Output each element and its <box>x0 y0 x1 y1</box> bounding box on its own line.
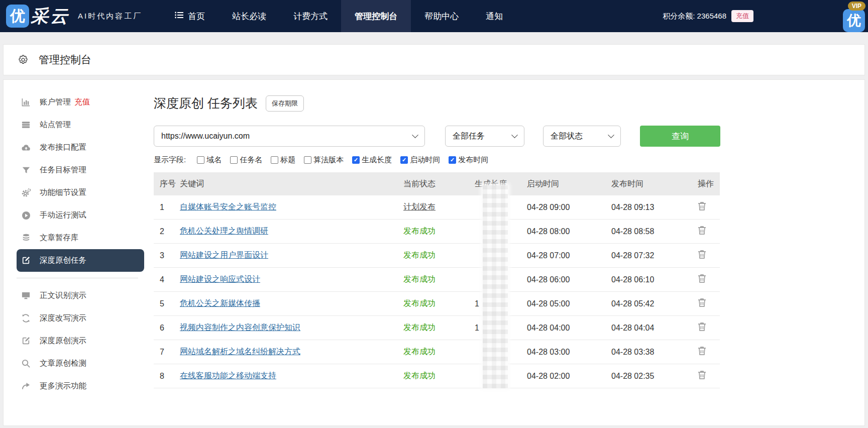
start-time: 04-28 06:00 <box>527 275 611 284</box>
sidebar-item-article-cache[interactable]: 文章暂存库 <box>4 227 150 249</box>
nav-right: 积分余额: 2365468 充值 <box>663 10 753 22</box>
start-time: 04-28 05:00 <box>527 299 611 308</box>
field-checkbox-domain[interactable]: 域名 <box>197 155 222 165</box>
task-select[interactable]: 全部任务 <box>445 126 524 147</box>
sidebar-item-label: 深度原创演示 <box>40 336 86 346</box>
avatar-logo: 优 <box>843 9 865 32</box>
sidebar-item-label: 站点管理 <box>40 120 71 130</box>
checkbox-unchecked[interactable] <box>271 156 278 164</box>
sidebar-item-deep-original-demo[interactable]: 深度原创演示 <box>4 330 150 352</box>
nav-item-help-center[interactable]: 帮助中心 <box>411 0 472 32</box>
keyword-link[interactable]: 危机公关处理之舆情调研 <box>180 227 268 235</box>
sidebar-item-more-demos[interactable]: 更多演示功能 <box>4 375 150 397</box>
checkbox-checked[interactable] <box>352 156 360 164</box>
delete-button[interactable] <box>698 370 706 380</box>
sidebar-item-label: 文章暂存库 <box>40 233 79 243</box>
sidebar-item-manual-test[interactable]: 手动运行测试 <box>4 204 150 227</box>
query-button[interactable]: 查询 <box>640 126 720 147</box>
user-avatar[interactable]: VIP 优 <box>840 2 865 32</box>
delete-button[interactable] <box>698 298 706 307</box>
start-time: 04-28 09:00 <box>527 203 611 212</box>
delete-button[interactable] <box>698 201 706 211</box>
cloud-upload-icon <box>21 143 31 153</box>
sidebar-item-feature-settings[interactable]: 功能细节设置 <box>4 181 150 204</box>
delete-button[interactable] <box>698 226 706 235</box>
row-index: 3 <box>154 251 180 260</box>
publish-time: 04-28 04:04 <box>611 324 698 333</box>
checkbox-unchecked[interactable] <box>304 156 311 164</box>
row-index: 2 <box>154 227 180 236</box>
refresh-icon <box>21 313 31 323</box>
sidebar-item-originality-check[interactable]: 文章原创检测 <box>4 352 150 375</box>
filter-icon <box>21 166 31 175</box>
save-period-button[interactable]: 保存期限 <box>266 95 304 112</box>
sidebar-item-account[interactable]: 账户管理充值 <box>4 91 150 114</box>
field-checkbox-title[interactable]: 标题 <box>271 155 295 165</box>
table-row: 6 视频内容制作之内容创意保护知识 发布成功 1 04-28 04:00 04-… <box>154 316 720 340</box>
sidebar-item-sites[interactable]: 站点管理 <box>4 114 150 136</box>
col-header-keyword: 关键词 <box>180 179 403 189</box>
col-header-status: 当前状态 <box>403 179 468 189</box>
field-checkbox-task-name[interactable]: 任务名 <box>230 155 262 165</box>
search-icon <box>21 359 31 368</box>
list-icon <box>175 11 184 21</box>
recharge-button[interactable]: 充值 <box>731 10 753 22</box>
keyword-link[interactable]: 在线客服功能之移动端支持 <box>180 371 276 380</box>
sidebar-item-label: 文章原创检测 <box>40 358 86 369</box>
keyword-link[interactable]: 自媒体账号安全之账号监控 <box>180 202 276 211</box>
keyword-link[interactable]: 视频内容制作之内容创意保护知识 <box>180 323 300 332</box>
chevron-down-icon <box>412 132 418 138</box>
start-time: 04-28 04:00 <box>527 324 611 333</box>
site-select[interactable]: https://www.ucaiyun.com <box>154 126 425 147</box>
start-time: 04-28 07:00 <box>527 251 611 260</box>
sidebar-recharge-link[interactable]: 充值 <box>74 97 90 106</box>
delete-button[interactable] <box>698 250 706 259</box>
row-index: 8 <box>154 372 180 381</box>
sidebar-item-deep-rewrite-demo[interactable]: 深度改写演示 <box>4 307 150 330</box>
delete-button[interactable] <box>698 346 706 356</box>
col-header-publish-time: 发布时间 <box>611 179 698 189</box>
start-time: 04-28 03:00 <box>527 348 611 357</box>
checkbox-checked[interactable] <box>400 156 408 164</box>
status-select[interactable]: 全部状态 <box>543 126 621 147</box>
nav-item-webmaster-guide[interactable]: 站长必读 <box>219 0 280 32</box>
keyword-link[interactable]: 网站建设之用户界面设计 <box>180 251 268 259</box>
status-text: 发布成功 <box>403 299 436 307</box>
brand-logo[interactable]: 优 采云 AI时代内容工厂 <box>0 5 142 28</box>
field-checkbox-algorithm-version[interactable]: 算法版本 <box>304 155 344 165</box>
sidebar-item-content-recognition-demo[interactable]: 正文识别演示 <box>4 284 150 307</box>
table-row: 3 网站建设之用户界面设计 发布成功 04-28 07:00 04-28 07:… <box>154 244 720 268</box>
keyword-link[interactable]: 网站域名解析之域名纠纷解决方式 <box>180 347 300 356</box>
checkbox-unchecked[interactable] <box>197 156 204 164</box>
table-header: 序号 关键词 当前状态 生成长度 启动时间 发布时间 操作 <box>154 172 720 195</box>
nav-item-home[interactable]: 首页 <box>161 0 219 32</box>
status-text: 发布成功 <box>403 275 436 283</box>
field-checkbox-start-time[interactable]: 启动时间 <box>400 155 440 165</box>
delete-button[interactable] <box>698 322 706 332</box>
sidebar-item-task-targets[interactable]: 任务目标管理 <box>4 159 150 181</box>
status-text[interactable]: 计划发布 <box>403 202 436 211</box>
publish-time: 04-28 09:13 <box>611 203 698 212</box>
chevron-down-icon <box>511 132 518 138</box>
sidebar-item-deep-original-tasks[interactable]: 深度原创任务 <box>17 249 144 272</box>
logo-text: 采云 <box>31 5 70 28</box>
edit-icon <box>21 336 31 346</box>
col-header-no: 序号 <box>154 179 180 189</box>
nav-item-label: 计费方式 <box>293 11 328 22</box>
nav-item-admin-console[interactable]: 管理控制台 <box>341 0 411 32</box>
keyword-link[interactable]: 危机公关之新媒体传播 <box>180 299 260 307</box>
nav-item-notifications[interactable]: 通知 <box>472 0 516 32</box>
nav-item-label: 站长必读 <box>232 11 266 22</box>
status-text: 发布成功 <box>403 227 436 235</box>
keyword-link[interactable]: 网站建设之响应式设计 <box>180 275 260 283</box>
field-checkbox-gen-length[interactable]: 生成长度 <box>352 155 392 165</box>
checkbox-checked[interactable] <box>449 156 456 164</box>
checkbox-unchecked[interactable] <box>230 156 238 164</box>
delete-button[interactable] <box>698 274 706 283</box>
start-time: 04-28 08:00 <box>527 227 611 236</box>
chevron-down-icon <box>608 132 614 138</box>
sidebar-divider <box>17 278 138 278</box>
field-checkbox-publish-time[interactable]: 发布时间 <box>449 155 488 165</box>
sidebar-item-publish-api[interactable]: 发布接口配置 <box>4 136 150 159</box>
nav-item-pricing[interactable]: 计费方式 <box>280 0 341 32</box>
